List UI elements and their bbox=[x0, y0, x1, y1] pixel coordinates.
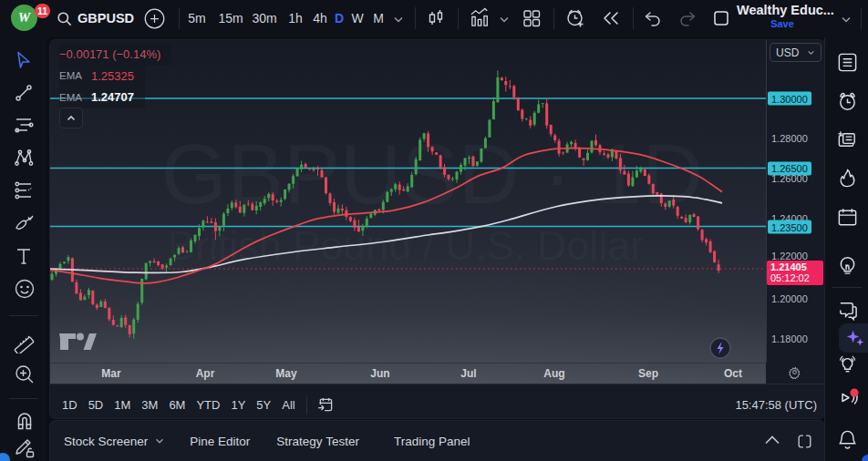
svg-text:British Pound / U.S. Dollar: British Pound / U.S. Dollar bbox=[168, 222, 645, 269]
svg-text:GBPUSD · 1D: GBPUSD · 1D bbox=[161, 127, 703, 221]
